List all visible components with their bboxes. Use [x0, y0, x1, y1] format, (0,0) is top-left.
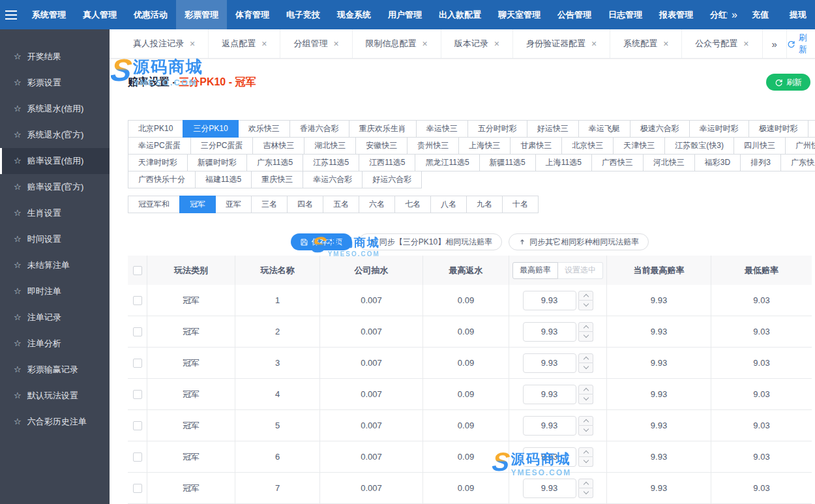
row-checkbox[interactable]	[133, 327, 142, 336]
lottery-tab[interactable]: 极速时时彩	[748, 120, 808, 138]
lottery-tab[interactable]: 三分时时彩	[808, 120, 815, 138]
lottery-tab[interactable]: 欢乐快三	[238, 120, 290, 138]
lottery-tab[interactable]: 三分PK10	[183, 120, 238, 138]
spinner-down-button[interactable]	[578, 332, 593, 342]
odds-input[interactable]	[523, 447, 576, 467]
lottery-tab[interactable]: 五分时时彩	[467, 120, 527, 138]
navbar-recharge[interactable]: 充值	[741, 0, 779, 29]
lottery-tab[interactable]: 重庆欢乐生肖	[349, 120, 417, 138]
spinner-up-button[interactable]	[578, 353, 593, 363]
play-tab[interactable]: 亚军	[215, 196, 252, 213]
sidebar-item[interactable]: ☆时间设置	[0, 226, 110, 252]
lottery-tab[interactable]: 幸运PC蛋蛋	[128, 137, 191, 155]
lottery-tab[interactable]: 上海11选5	[535, 154, 592, 171]
sidebar-item[interactable]: ☆未结算注单	[0, 252, 110, 278]
navbar-item[interactable]: 日志管理	[600, 0, 651, 29]
lottery-tab[interactable]: 安徽快三	[355, 137, 408, 155]
spinner-down-button[interactable]	[578, 394, 593, 404]
sidebar-item[interactable]: ☆注单分析	[0, 331, 110, 357]
play-tab[interactable]: 九名	[466, 196, 503, 213]
navbar-item[interactable]: 系统管理	[23, 0, 74, 29]
play-tab[interactable]: 八名	[430, 196, 467, 213]
sidebar-item[interactable]: ☆开奖结果	[0, 44, 110, 70]
sidebar-item[interactable]: ☆系统退水(官方)	[0, 122, 110, 148]
odds-input[interactable]	[523, 416, 576, 436]
spinner-down-button[interactable]	[578, 301, 593, 310]
navbar-item[interactable]: 真人管理	[74, 0, 125, 29]
spinner-up-button[interactable]	[578, 416, 593, 426]
row-checkbox[interactable]	[133, 359, 142, 368]
lottery-tab[interactable]: 好运快三	[527, 120, 579, 138]
lottery-tab[interactable]: 上海快三	[458, 137, 511, 155]
lottery-tab[interactable]: 广西快乐十分	[128, 171, 196, 188]
close-icon[interactable]: ×	[190, 38, 195, 49]
play-tab[interactable]: 三名	[251, 196, 288, 213]
sidebar-item[interactable]: ☆默认玩法设置	[0, 383, 110, 409]
row-checkbox[interactable]	[133, 452, 142, 462]
lottery-tab[interactable]: 江苏骰宝(快3)	[664, 137, 734, 155]
lottery-tab[interactable]: 贵州快三	[407, 137, 459, 155]
open-tab[interactable]: 分组管理 ×	[280, 29, 352, 58]
tabs-overflow-icon[interactable]: »	[763, 29, 787, 58]
play-tab[interactable]: 五名	[323, 196, 359, 213]
sidebar-item[interactable]: ☆赔率设置(官方)	[0, 174, 110, 200]
lottery-tab[interactable]: 湖北快三	[304, 137, 356, 155]
lottery-tab[interactable]: 北京快三	[561, 137, 614, 155]
close-icon[interactable]: ×	[743, 38, 748, 49]
lottery-tab[interactable]: 广东快乐十分	[780, 154, 815, 171]
navbar-item[interactable]: 出入款配置	[430, 0, 490, 29]
navbar-item[interactable]: 公告管理	[549, 0, 600, 29]
sidebar-item[interactable]: ☆六合彩历史注单	[0, 409, 110, 435]
close-icon[interactable]: ×	[494, 38, 499, 49]
play-tab[interactable]: 冠军	[179, 196, 216, 213]
lottery-tab[interactable]: 新疆11选5	[479, 154, 536, 171]
spinner-up-button[interactable]	[578, 479, 593, 488]
lottery-tab[interactable]: 四川快三	[734, 137, 786, 155]
lottery-tab[interactable]: 重庆快三	[251, 171, 303, 188]
lottery-tab[interactable]: 广东11选5	[246, 154, 303, 171]
navbar-withdraw[interactable]: 提现	[779, 0, 815, 29]
sidebar-item[interactable]: ☆即时注单	[0, 278, 110, 304]
spinner-up-button[interactable]	[578, 385, 593, 394]
sync-same-lottery-button[interactable]: 同步【三分PK10】相同玩法赔率	[359, 233, 502, 250]
lottery-tab[interactable]: 吉林快三	[252, 137, 304, 155]
navbar-overflow-icon[interactable]: »	[728, 0, 741, 29]
open-tab[interactable]: 限制信息配置 ×	[353, 29, 441, 58]
open-tab[interactable]: 身份验证器配置 ×	[513, 29, 610, 58]
lottery-tab[interactable]: 幸运飞艇	[578, 120, 630, 138]
close-icon[interactable]: ×	[663, 38, 668, 49]
row-checkbox[interactable]	[133, 421, 142, 430]
open-tab[interactable]: 公众号配置 ×	[682, 29, 762, 58]
lottery-tab[interactable]: 三分PC蛋蛋	[190, 137, 254, 155]
row-checkbox[interactable]	[133, 390, 142, 399]
sidebar-item[interactable]: ☆生肖设置	[0, 200, 110, 226]
lottery-tab[interactable]: 福建11选5	[195, 171, 252, 188]
lottery-tab[interactable]: 黑龙江11选5	[415, 154, 479, 171]
sidebar-item[interactable]: ☆赔率设置(信用)	[0, 148, 110, 174]
lottery-tab[interactable]: 好运六合彩	[362, 171, 422, 188]
lottery-tab[interactable]: 幸运快三	[416, 120, 468, 138]
lottery-tab[interactable]: 广州快三	[785, 137, 815, 155]
lottery-tab[interactable]: 天津快三	[613, 137, 665, 155]
odds-input[interactable]	[523, 322, 576, 342]
apply-selected-header-button[interactable]: 设置选中	[558, 262, 603, 279]
select-all-checkbox[interactable]	[133, 266, 142, 275]
lottery-tab[interactable]: 江苏11选5	[303, 154, 359, 171]
open-tab[interactable]: 系统配置 ×	[610, 29, 682, 58]
row-checkbox[interactable]	[133, 296, 142, 305]
lottery-tab[interactable]: 排列3	[740, 154, 781, 171]
odds-input[interactable]	[523, 385, 576, 404]
sidebar-item[interactable]: ☆系统退水(信用)	[0, 96, 110, 122]
close-icon[interactable]: ×	[591, 38, 597, 49]
lottery-tab[interactable]: 新疆时时彩	[187, 154, 247, 171]
save-page-button[interactable]: 保存本页	[291, 233, 352, 250]
navbar-item[interactable]: 体育管理	[227, 0, 278, 29]
play-tab[interactable]: 六名	[359, 196, 395, 213]
sidebar-item[interactable]: ☆彩票设置	[0, 70, 110, 96]
navbar-item[interactable]: 彩票管理	[176, 0, 227, 29]
close-icon[interactable]: ×	[333, 38, 338, 49]
navbar-item[interactable]: 用户管理	[379, 0, 430, 29]
play-tab[interactable]: 冠亚军和	[128, 196, 180, 213]
refresh-button[interactable]: 刷新	[766, 74, 810, 91]
navbar-item[interactable]: 电子竞技	[278, 0, 329, 29]
